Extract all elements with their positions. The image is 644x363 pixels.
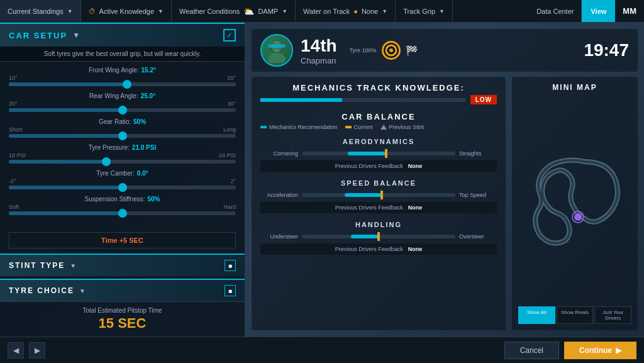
nav-prev-button[interactable]: ◀ <box>8 342 24 359</box>
mechanics-title: MECHANICS TRACK KNOWLEDGE: <box>260 83 497 92</box>
front-wing-slider-row: Front Wing Angle: 15.2° 10° 20° <box>9 67 236 86</box>
minimap-tab-rivals[interactable]: Show Rivals <box>557 306 594 324</box>
legend-mech: Mechanics Recomendation <box>260 124 338 130</box>
top-bar-right: Data Center View MM <box>529 0 644 22</box>
aero-feedback: Previous Drivers Feedback None <box>260 160 497 172</box>
minimap-tab-show-all[interactable]: Show All <box>518 306 555 324</box>
gear-ratio-track[interactable] <box>9 134 236 138</box>
weather-value: DAMP <box>258 8 278 15</box>
car-setup-title: CAR SETUP ▼ <box>9 31 81 40</box>
front-wing-fill <box>9 82 127 86</box>
legend-previous: Previous Stint <box>380 124 425 130</box>
front-wing-label: Front Wing Angle: 15.2° <box>9 67 236 74</box>
pitstop-label: Total Estimated Pitstop Time <box>9 307 236 314</box>
gear-ratio-fill <box>9 134 123 138</box>
aero-title: AERODYNAMICS <box>260 138 497 145</box>
tyre-camber-thumb[interactable] <box>118 183 127 192</box>
main-content: CAR SETUP ▼ ✓ Soft tyres give the best o… <box>0 23 644 337</box>
svg-rect-3 <box>268 44 286 48</box>
driver-info: 14th Chapman <box>301 36 337 65</box>
tyre-pressure-range: 18 PSI 24 PSI <box>9 152 236 159</box>
standings-label: Current Standings <box>8 8 64 15</box>
standings-arrow: ▼ <box>67 8 73 14</box>
setup-tip: Soft tyres give the best overall grip, b… <box>0 47 245 62</box>
speed-slider-row: Acceleration Top Speed <box>260 192 497 198</box>
speed-left-label: Acceleration <box>260 192 298 198</box>
bottom-bar-right: Cancel Continue ▶ <box>504 342 636 359</box>
weather-label: Weather Conditions <box>179 8 240 15</box>
mech-dot <box>260 126 267 128</box>
handling-track <box>302 235 455 238</box>
handling-mech-fill <box>351 235 379 238</box>
suspension-slider-row: Suspension Stiffness: 50% Soft Hard <box>9 196 236 215</box>
handling-title: HANDLING <box>260 221 497 228</box>
logo: MM <box>615 6 644 16</box>
right-panel: 14th Chapman Tyre 100% 🏁 19:47 <box>245 23 644 337</box>
water-dropdown[interactable]: Water on Track ● None ▼ <box>296 0 396 22</box>
data-center-label: Data Center <box>529 0 582 22</box>
continue-button[interactable]: Continue ▶ <box>564 342 636 359</box>
track-grip-dropdown[interactable]: Track Grip ▼ <box>396 0 453 22</box>
handling-section: HANDLING Understeer Oversteer Previous D… <box>260 221 497 255</box>
front-wing-range: 10° 20° <box>9 75 236 81</box>
front-wing-thumb[interactable] <box>123 80 131 89</box>
tyre-camber-track[interactable] <box>9 186 236 189</box>
stint-type-bar[interactable]: STINT TYPE ▼ ■ <box>0 254 245 276</box>
tyre-choice-bar[interactable]: TYRE CHOICE ▼ ■ <box>0 279 245 301</box>
rear-wing-thumb[interactable] <box>118 106 127 114</box>
mechanics-knowledge: MECHANICS TRACK KNOWLEDGE: LOW <box>260 83 497 104</box>
knowledge-row: LOW <box>260 95 497 104</box>
data-center-button[interactable]: View <box>582 0 615 22</box>
flag-icon: 🏁 <box>406 45 418 57</box>
tyre-pressure-track[interactable] <box>9 160 236 164</box>
rear-wing-slider-row: Rear Wing Angle: 25.0° 20° 30° <box>9 92 236 112</box>
driver-avatar <box>260 34 293 67</box>
suspension-thumb[interactable] <box>118 209 127 218</box>
car-setup-header[interactable]: CAR SETUP ▼ ✓ <box>0 23 245 47</box>
aero-current-marker <box>385 149 387 158</box>
sliders-section: Front Wing Angle: 15.2° 10° 20° Rear Win… <box>0 62 245 230</box>
tyre-status-icon <box>382 41 401 60</box>
suspension-label: Suspension Stiffness: 50% <box>9 196 236 203</box>
top-bar: Current Standings ▼ ⏱ Active Knowledge ▼… <box>0 0 644 23</box>
speed-title: SPEED BALANCE <box>260 179 497 187</box>
bottom-bar: ◀ ▶ Cancel Continue ▶ <box>0 337 644 363</box>
suspension-track[interactable] <box>9 211 236 215</box>
handling-feedback: Previous Drivers Feedback None <box>260 243 497 255</box>
total-pitstop: Total Estimated Pitstop Time 15 SEC <box>0 301 245 337</box>
tyre-pressure-label: Tyre Pressure: 21.0 PSI <box>9 144 236 151</box>
tyre-icon-box: ■ <box>225 285 236 296</box>
active-knowledge-label: Active Knowledge <box>99 8 154 15</box>
balance-panel: MECHANICS TRACK KNOWLEDGE: LOW CAR BALAN… <box>252 77 506 330</box>
aero-right-label: Straights <box>459 150 497 157</box>
minimap-tab-your-drivers[interactable]: Just Your Drivers <box>594 306 631 324</box>
knowledge-arrow: ▼ <box>158 8 164 14</box>
rear-wing-track[interactable] <box>9 108 236 112</box>
car-setup-arrow: ▼ <box>72 31 81 40</box>
tyre-arrow: ▼ <box>79 288 87 294</box>
gear-ratio-thumb[interactable] <box>118 131 127 140</box>
svg-point-6 <box>574 213 582 221</box>
minimap-panel: MINI MAP Show All <box>512 77 638 330</box>
aero-left-label: Cornering <box>260 150 298 157</box>
weather-arrow: ▼ <box>282 8 287 14</box>
front-wing-track[interactable] <box>9 82 236 86</box>
active-knowledge-dropdown[interactable]: ⏱ Active Knowledge ▼ <box>81 0 172 22</box>
knowledge-badge: LOW <box>470 95 497 104</box>
legend-row: Mechanics Recomendation Current Previous… <box>260 124 497 130</box>
minimap-display <box>518 97 631 301</box>
knowledge-fill <box>260 98 342 102</box>
tyre-pressure-thumb[interactable] <box>102 157 111 166</box>
weather-dropdown[interactable]: Weather Conditions ⛅ DAMP ▼ <box>172 0 296 22</box>
car-setup-checkmark[interactable]: ✓ <box>223 29 236 42</box>
tyre-percentage: Tyre 100% <box>350 47 377 53</box>
driver-icons: Tyre 100% 🏁 <box>350 41 418 60</box>
weather-icon: ⛅ <box>243 6 254 16</box>
continue-arrow-icon: ▶ <box>616 346 621 355</box>
cancel-button[interactable]: Cancel <box>504 342 559 359</box>
standings-dropdown[interactable]: Current Standings ▼ <box>0 0 81 22</box>
nav-next-button[interactable]: ▶ <box>29 342 45 359</box>
speed-balance-section: SPEED BALANCE Acceleration Top Speed Pre… <box>260 179 497 213</box>
pitstop-value: 15 SEC <box>9 315 236 332</box>
rear-wing-fill <box>9 108 123 112</box>
